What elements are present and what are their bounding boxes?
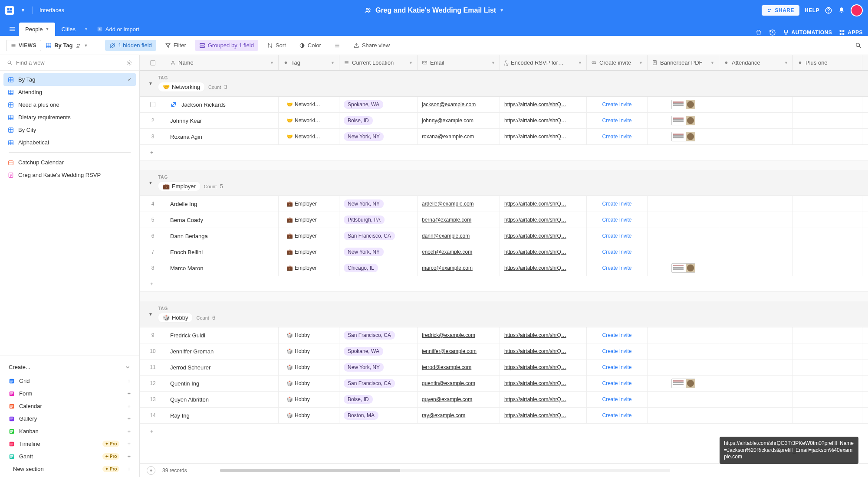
cell-invite[interactable]: Create Invite bbox=[587, 113, 648, 128]
cell-location[interactable]: New York, NY bbox=[339, 359, 418, 375]
table-row[interactable]: 11 Jerrod Scheurer 🎲Hobby New York, NY j… bbox=[140, 359, 868, 376]
create-invite-button[interactable]: Create Invite bbox=[602, 348, 631, 354]
cell-tag[interactable]: 🤝Networki… bbox=[279, 113, 339, 128]
chevron-down-icon[interactable]: ▼ bbox=[21, 8, 25, 13]
cell-email[interactable]: ray@example.com bbox=[418, 408, 500, 423]
hidden-fields-button[interactable]: 1 hidden field bbox=[105, 40, 156, 51]
select-all-checkbox[interactable] bbox=[150, 60, 155, 65]
cell-email[interactable]: marco@example.com bbox=[418, 260, 500, 276]
collapse-caret-icon[interactable]: ▼ bbox=[148, 180, 153, 185]
plus-icon[interactable]: + bbox=[127, 378, 131, 384]
table-row[interactable]: 9 Fredrick Guidi 🎲Hobby San Francisco, C… bbox=[140, 327, 868, 343]
collapse-caret-icon[interactable]: ▼ bbox=[148, 312, 153, 317]
create-view-item[interactable]: TimelinePro+ bbox=[0, 438, 139, 450]
cell-name[interactable]: Ardelle Ing bbox=[166, 196, 279, 212]
cell-attendance[interactable] bbox=[719, 129, 793, 144]
cell-attendance[interactable] bbox=[719, 376, 793, 391]
automations-button[interactable]: AUTOMATIONS bbox=[783, 29, 832, 36]
create-view-item[interactable]: Calendar+ bbox=[0, 400, 139, 412]
cell-email[interactable]: quyen@example.com bbox=[418, 392, 500, 407]
menu-icon[interactable] bbox=[5, 22, 19, 36]
rsvp-link[interactable]: https://airtable.com/shrQ… bbox=[504, 332, 566, 338]
table-row[interactable]: 3 Roxana Agin 🤝Networki… New York, NY ro… bbox=[140, 129, 868, 145]
bell-icon[interactable] bbox=[838, 7, 845, 14]
cell-location[interactable]: Pittsburgh, PA bbox=[339, 212, 418, 228]
cell-pdf[interactable] bbox=[648, 196, 719, 212]
cell-email[interactable]: fredrick@example.com bbox=[418, 327, 500, 343]
create-view-item[interactable]: Grid+ bbox=[0, 375, 139, 387]
column-rsvp[interactable]: fx Encoded RSVP for…▼ bbox=[500, 55, 587, 70]
cell-plusone[interactable] bbox=[793, 392, 862, 407]
cell-email[interactable]: roxana@example.com bbox=[418, 129, 500, 144]
tab-cities[interactable]: Cities bbox=[55, 23, 82, 36]
email-link[interactable]: dann@example.com bbox=[422, 233, 470, 239]
cell-rsvp[interactable]: https://airtable.com/shrQ… bbox=[500, 359, 587, 375]
email-link[interactable]: roxana@example.com bbox=[422, 134, 474, 140]
email-link[interactable]: jerrod@example.com bbox=[422, 364, 471, 370]
cell-email[interactable]: johnny@example.com bbox=[418, 113, 500, 128]
rsvp-link[interactable]: https://airtable.com/shrQ… bbox=[504, 233, 566, 239]
cell-tag[interactable]: 🎲Hobby bbox=[279, 376, 339, 391]
rsvp-link[interactable]: https://airtable.com/shrQ… bbox=[504, 380, 566, 386]
cell-rsvp[interactable]: https://airtable.com/shrQ… bbox=[500, 376, 587, 391]
group-header[interactable]: ▼ TAG 🤝Networking Count 3 bbox=[140, 71, 868, 97]
cell-attendance[interactable] bbox=[719, 359, 793, 375]
cell-invite[interactable]: Create Invite bbox=[587, 97, 648, 112]
cell-rsvp[interactable]: https://airtable.com/shrQ… bbox=[500, 244, 587, 260]
cell-location[interactable]: New York, NY bbox=[339, 244, 418, 260]
create-view-item[interactable]: Form+ bbox=[0, 387, 139, 400]
cell-attendance[interactable] bbox=[719, 260, 793, 276]
settings-icon[interactable] bbox=[126, 60, 132, 66]
cell-invite[interactable]: Create Invite bbox=[587, 244, 648, 260]
add-import-button[interactable]: Add or import bbox=[91, 23, 145, 36]
add-row-button[interactable]: + bbox=[140, 145, 868, 160]
create-invite-button[interactable]: Create Invite bbox=[602, 380, 631, 386]
create-invite-button[interactable]: Create Invite bbox=[602, 396, 631, 402]
share-view-button[interactable]: Share view bbox=[349, 40, 394, 51]
cell-pdf[interactable] bbox=[648, 392, 719, 407]
cell-name[interactable]: Roxana Agin bbox=[166, 129, 279, 144]
cell-name[interactable]: Jackson Rickards bbox=[166, 97, 279, 112]
horizontal-scrollbar[interactable] bbox=[220, 469, 670, 472]
create-invite-button[interactable]: Create Invite bbox=[602, 101, 631, 108]
cell-plusone[interactable] bbox=[793, 212, 862, 228]
cell-tag[interactable]: 🤝Networki… bbox=[279, 97, 339, 112]
plus-icon[interactable]: + bbox=[127, 428, 131, 435]
sidebar-view-item[interactable]: Dietary requirements bbox=[3, 111, 136, 124]
tab-add[interactable]: ▼ bbox=[82, 23, 91, 35]
email-link[interactable]: quyen@example.com bbox=[422, 396, 472, 402]
add-row-button[interactable]: + bbox=[140, 276, 868, 292]
cell-plusone[interactable] bbox=[793, 343, 862, 359]
sidebar-view-item[interactable]: Need a plus one bbox=[3, 98, 136, 111]
cell-name[interactable]: Jerrod Scheurer bbox=[166, 359, 279, 375]
email-link[interactable]: johnny@example.com bbox=[422, 118, 473, 124]
color-button[interactable]: Color bbox=[295, 40, 326, 51]
sidebar-view-item[interactable]: By Tag✓ bbox=[3, 73, 136, 86]
table-row[interactable]: Jackson Rickards 🤝Networki… Spokane, WA … bbox=[140, 97, 868, 113]
cell-plusone[interactable] bbox=[793, 129, 862, 144]
create-view-item[interactable]: New sectionPro+ bbox=[0, 463, 139, 475]
cell-location[interactable]: New York, NY bbox=[339, 129, 418, 144]
plus-icon[interactable]: + bbox=[127, 466, 131, 472]
cell-invite[interactable]: Create Invite bbox=[587, 228, 648, 244]
share-button[interactable]: SHARE bbox=[762, 5, 799, 16]
cell-name[interactable]: Fredrick Guidi bbox=[166, 327, 279, 343]
current-view[interactable]: By Tag ▼ bbox=[46, 42, 88, 49]
rsvp-link[interactable]: https://airtable.com/shrQ… bbox=[504, 217, 566, 223]
sidebar-view-item[interactable]: Alphabetical bbox=[3, 136, 136, 149]
create-invite-button[interactable]: Create Invite bbox=[602, 118, 631, 124]
pdf-thumbnail[interactable] bbox=[671, 263, 695, 273]
sidebar-view-item[interactable]: Attending bbox=[3, 86, 136, 98]
rsvp-link[interactable]: https://airtable.com/shrQ… bbox=[504, 396, 566, 402]
cell-name[interactable]: Quentin Ing bbox=[166, 376, 279, 391]
cell-invite[interactable]: Create Invite bbox=[587, 408, 648, 423]
cell-tag[interactable]: 🎲Hobby bbox=[279, 392, 339, 407]
cell-invite[interactable]: Create Invite bbox=[587, 260, 648, 276]
cell-plusone[interactable] bbox=[793, 408, 862, 423]
cell-rsvp[interactable]: https://airtable.com/shrQ… bbox=[500, 97, 587, 112]
cell-location[interactable]: Boise, ID bbox=[339, 392, 418, 407]
email-link[interactable]: ardelle@example.com bbox=[422, 201, 474, 207]
cell-tag[interactable]: 🤝Networki… bbox=[279, 129, 339, 144]
cell-invite[interactable]: Create Invite bbox=[587, 343, 648, 359]
pdf-thumbnail[interactable] bbox=[671, 116, 695, 125]
